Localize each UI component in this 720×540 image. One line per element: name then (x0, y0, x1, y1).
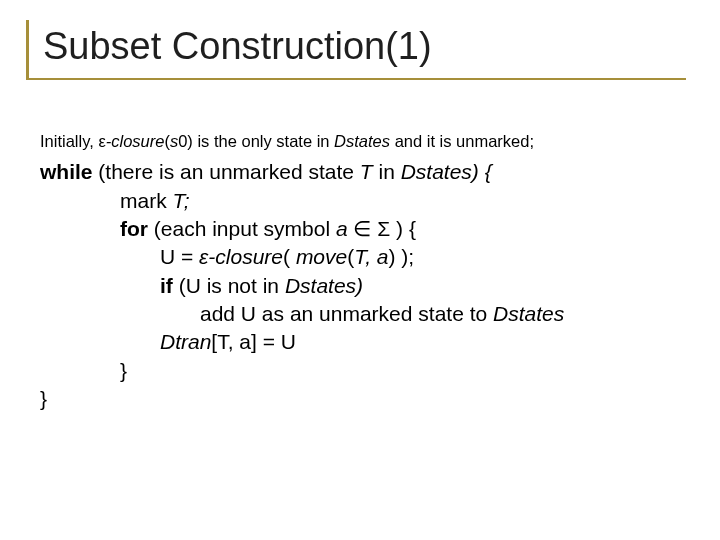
l7-eq: = U (257, 330, 296, 353)
intro-closure: -closure (106, 132, 165, 150)
l2-t1: mark (120, 189, 173, 212)
l1-r2: in (373, 160, 401, 183)
l5-D: Dstates) (285, 274, 363, 297)
intro-t1: Initially, (40, 132, 98, 150)
slide-title: Subset Construction(1) (43, 26, 686, 68)
l4-Ta: T, a (354, 245, 388, 268)
line-if: if (U is not in Dstates) (40, 272, 688, 300)
intro-s0-rest: 0) is the only state in (178, 132, 334, 150)
line-close-inner: } (40, 357, 688, 385)
kw-while: while (40, 160, 93, 183)
l4-t5: ) ); (388, 245, 414, 268)
slide: Subset Construction(1) Initially, ε-clos… (0, 0, 720, 540)
line-assign-U: U = ε-closure( move(T, a) ); (40, 243, 688, 271)
intro-dstates: Dstates (334, 132, 390, 150)
kw-for: for (120, 217, 148, 240)
l1-r1: (there is an unmarked state (93, 160, 360, 183)
l7-idx: [T, a] (211, 330, 257, 353)
l8-brace: } (120, 359, 127, 382)
l4-move: move (296, 245, 347, 268)
intro-tail: and it is unmarked; (390, 132, 534, 150)
line-for: for (each input symbol a ∈ Σ ) { (40, 215, 688, 243)
l4-closure: -closure (208, 245, 283, 268)
intro-eps: ε (98, 132, 105, 150)
line-add: add U as an unmarked state to Dstates (40, 300, 688, 328)
l9-brace: } (40, 387, 47, 410)
slide-body: Initially, ε-closure(s0) is the only sta… (40, 130, 688, 413)
l4-t1: U = (160, 245, 199, 268)
l5-t1: (U is not in (173, 274, 285, 297)
intro-s: s (170, 132, 178, 150)
l3-mem: ∈ Σ ) { (348, 217, 416, 240)
l2-T: T; (173, 189, 190, 212)
l6-D: Dstates (493, 302, 564, 325)
l1-D: Dstates) { (401, 160, 492, 183)
l4-t3: ( (283, 245, 296, 268)
l3-t1: (each input symbol (148, 217, 336, 240)
title-rule: Subset Construction(1) (26, 20, 686, 80)
l7-dtran: Dtran (160, 330, 211, 353)
kw-if: if (160, 274, 173, 297)
l6-t1: add U as an unmarked state to (200, 302, 493, 325)
line-dtran: Dtran[T, a] = U (40, 328, 688, 356)
line-while: while (there is an unmarked state T in D… (40, 158, 688, 186)
intro-line: Initially, ε-closure(s0) is the only sta… (40, 130, 688, 152)
l3-a: a (336, 217, 348, 240)
line-mark: mark T; (40, 187, 688, 215)
line-close-outer: } (40, 385, 688, 413)
l1-T: T (360, 160, 373, 183)
l4-eps: ε (199, 245, 208, 268)
